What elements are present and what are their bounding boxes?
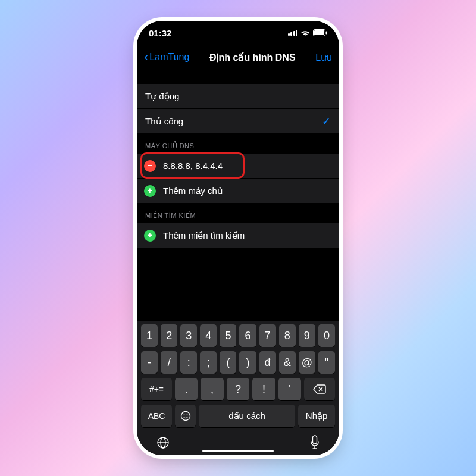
add-search-domain-label: Thêm miền tìm kiếm: [163, 230, 245, 241]
key-1[interactable]: 1: [141, 324, 158, 347]
backspace-icon: [313, 384, 326, 394]
status-icons: [288, 29, 328, 36]
key-6[interactable]: 6: [239, 324, 256, 347]
emoji-key[interactable]: [175, 405, 196, 427]
mode-auto-row[interactable]: Tự động: [137, 84, 339, 109]
emoji-icon: [180, 410, 192, 422]
key-/[interactable]: /: [161, 351, 177, 374]
content: Tự động Thủ công ✓ MÁY CHỦ DNS − 8.8.8.8…: [137, 70, 339, 248]
key-,[interactable]: ,: [201, 378, 223, 400]
key-.[interactable]: .: [175, 378, 198, 400]
add-icon[interactable]: +: [144, 185, 156, 197]
key-&[interactable]: &: [279, 351, 296, 374]
dns-server-value: 8.8.8.8, 8.4.4.4: [163, 161, 223, 171]
svg-point-6: [183, 414, 184, 415]
key--[interactable]: -: [141, 351, 158, 374]
notch: [190, 21, 286, 36]
key-:[interactable]: :: [180, 351, 197, 374]
enter-key[interactable]: Nhập: [298, 405, 335, 427]
back-button[interactable]: ‹ LamTung: [144, 51, 189, 64]
svg-rect-11: [313, 436, 317, 444]
key-?[interactable]: ?: [227, 378, 249, 400]
mode-auto-label: Tự động: [145, 91, 179, 102]
key-([interactable]: (: [220, 351, 236, 374]
phone-frame: 01:32 ‹ LamTung Định cấu hình DNS Lưu Tự…: [137, 21, 339, 455]
key-5[interactable]: 5: [220, 324, 236, 347]
backspace-key[interactable]: [304, 378, 335, 400]
search-section-header: MIỀN TÌM KIẾM: [137, 203, 339, 223]
symbols-key[interactable]: #+=: [141, 378, 172, 400]
remove-icon[interactable]: −: [144, 160, 156, 172]
add-dns-row[interactable]: + Thêm máy chủ: [137, 178, 339, 203]
add-search-domain-row[interactable]: + Thêm miền tìm kiếm: [137, 223, 339, 248]
key-3[interactable]: 3: [180, 324, 197, 347]
svg-point-5: [181, 412, 190, 421]
cellular-icon: [288, 30, 298, 36]
home-indicator[interactable]: [202, 450, 274, 452]
keyboard: 1234567890 -/:;()đ&@" #+= .,?!' ABC dấu …: [137, 321, 339, 455]
nav-bar: ‹ LamTung Định cấu hình DNS Lưu: [137, 45, 339, 70]
svg-rect-1: [314, 30, 324, 35]
key-'[interactable]: ': [278, 378, 301, 400]
chevron-left-icon: ‹: [144, 51, 148, 64]
back-label: LamTung: [149, 52, 189, 62]
save-button[interactable]: Lưu: [315, 52, 332, 63]
key-)[interactable]: ): [239, 351, 256, 374]
mic-icon[interactable]: [309, 435, 320, 450]
key-4[interactable]: 4: [200, 324, 217, 347]
add-dns-label: Thêm máy chủ: [163, 186, 223, 196]
key-7[interactable]: 7: [259, 324, 276, 347]
key-@[interactable]: @: [299, 351, 315, 374]
key-8[interactable]: 8: [279, 324, 296, 347]
key-đ[interactable]: đ: [259, 351, 276, 374]
checkmark-icon: ✓: [322, 115, 331, 128]
svg-rect-2: [326, 32, 327, 35]
key-;[interactable]: ;: [200, 351, 217, 374]
mode-manual-label: Thủ công: [145, 116, 183, 127]
dns-server-row[interactable]: − 8.8.8.8, 8.4.4.4: [137, 154, 339, 178]
wifi-icon: [300, 29, 310, 36]
key-"[interactable]: ": [318, 351, 335, 374]
key-2[interactable]: 2: [161, 324, 177, 347]
dns-section-header: MÁY CHỦ DNS: [137, 134, 339, 154]
status-time: 01:32: [149, 28, 171, 38]
svg-point-7: [186, 414, 187, 415]
page-title: Định cấu hình DNS: [209, 52, 296, 63]
space-key[interactable]: dấu cách: [199, 405, 295, 427]
abc-key[interactable]: ABC: [141, 405, 172, 427]
key-0[interactable]: 0: [318, 324, 335, 347]
battery-icon: [313, 29, 327, 36]
mode-manual-row[interactable]: Thủ công ✓: [137, 109, 339, 134]
globe-icon[interactable]: [156, 436, 170, 450]
key-9[interactable]: 9: [299, 324, 315, 347]
key-![interactable]: !: [252, 378, 275, 400]
add-icon[interactable]: +: [144, 230, 156, 242]
